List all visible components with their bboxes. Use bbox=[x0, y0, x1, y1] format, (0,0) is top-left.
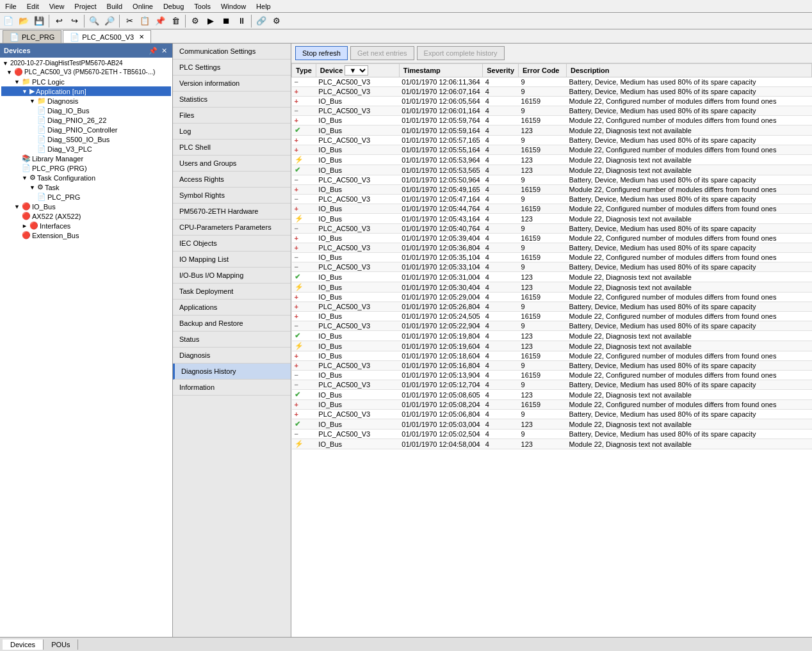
nav-log[interactable]: Log bbox=[173, 124, 291, 140]
tb-delete[interactable]: 🗑 bbox=[168, 14, 183, 28]
stop-refresh-button[interactable]: Stop refresh bbox=[295, 46, 348, 60]
tb-cut[interactable]: ✂ bbox=[122, 14, 136, 28]
tree-item-plcprg[interactable]: 📄 PLC_PRG (PRG) bbox=[1, 163, 171, 173]
tree-item-lib[interactable]: 📚 Library Manager bbox=[1, 154, 171, 163]
tb-redo[interactable]: ↪ bbox=[67, 14, 81, 28]
tb-find2[interactable]: 🔎 bbox=[102, 14, 117, 28]
table-row[interactable]: −PLC_AC500_V301/01/1970 12:05:50,96449Ba… bbox=[292, 175, 812, 185]
nav-symbol-rights[interactable]: Symbol Rights bbox=[173, 188, 291, 204]
get-next-button[interactable]: Get next entries bbox=[350, 46, 414, 60]
table-row[interactable]: −PLC_AC500_V301/01/1970 12:05:12,70449Ba… bbox=[292, 380, 812, 390]
tree-item-ax522[interactable]: 🔴 AX522 (AX522) bbox=[1, 211, 171, 221]
tb-open[interactable]: 📂 bbox=[17, 14, 31, 28]
table-row[interactable]: +IO_Bus01/01/1970 12:05:55,164416159Modu… bbox=[292, 145, 812, 155]
tree-item-diag-v3[interactable]: 📄 Diag_V3_PLC bbox=[1, 144, 171, 154]
tree-item-task[interactable]: ▼ ⚙ Task bbox=[1, 182, 171, 192]
table-row[interactable]: +PLC_AC500_V301/01/1970 12:06:07,16449Ba… bbox=[292, 87, 812, 97]
table-row[interactable]: ⚡IO_Bus01/01/1970 12:05:53,9644123Module… bbox=[292, 155, 812, 165]
menu-edit[interactable]: Edit bbox=[22, 1, 44, 12]
nav-cpu-params[interactable]: CPU-Parameters Parameters bbox=[173, 220, 291, 236]
tb-copy[interactable]: 📋 bbox=[138, 14, 152, 28]
menu-debug[interactable]: Debug bbox=[158, 1, 189, 12]
table-row[interactable]: +IO_Bus01/01/1970 12:05:59,764416159Modu… bbox=[292, 116, 812, 125]
tab-plc-ac500[interactable]: 📄 PLC_AC500_V3 ✕ bbox=[63, 30, 151, 43]
tree-item-plclogic[interactable]: ▼ 📁 PLC Logic bbox=[1, 77, 171, 86]
nav-plc-shell[interactable]: PLC Shell bbox=[173, 140, 291, 156]
menu-view[interactable]: View bbox=[44, 1, 70, 12]
table-row[interactable]: ✔IO_Bus01/01/1970 12:05:53,5654123Module… bbox=[292, 165, 812, 175]
bottom-tab-devices[interactable]: Devices bbox=[3, 639, 44, 650]
table-row[interactable]: +PLC_AC500_V301/01/1970 12:05:16,80449Ba… bbox=[292, 361, 812, 371]
table-row[interactable]: +PLC_AC500_V301/01/1970 12:05:26,80449Ba… bbox=[292, 302, 812, 312]
table-row[interactable]: +IO_Bus01/01/1970 12:05:39,404416159Modu… bbox=[292, 234, 812, 243]
table-row[interactable]: ⚡IO_Bus01/01/1970 12:04:58,0044123Module… bbox=[292, 439, 812, 449]
table-row[interactable]: +IO_Bus01/01/1970 12:05:08,204416159Modu… bbox=[292, 400, 812, 410]
tb-pause[interactable]: ⏸ bbox=[234, 14, 248, 28]
tree-item-diagnosis[interactable]: ▼ 📁 Diagnosis bbox=[1, 96, 171, 106]
nav-diagnosis[interactable]: Diagnosis bbox=[173, 348, 291, 364]
tb-build[interactable]: ⚙ bbox=[188, 14, 202, 28]
export-button[interactable]: Export complete history bbox=[417, 46, 505, 60]
nav-iobus-mapping[interactable]: I/O-Bus I/O Mapping bbox=[173, 268, 291, 284]
nav-applications[interactable]: Applications bbox=[173, 300, 291, 316]
sidebar-pin-btn[interactable]: 📌 bbox=[147, 47, 159, 55]
tree-item-plc[interactable]: ▼ 🔴 PLC_AC500_V3 (PM5670-2ETH - TB5610-.… bbox=[1, 67, 171, 77]
table-row[interactable]: +PLC_AC500_V301/01/1970 12:05:36,80449Ba… bbox=[292, 243, 812, 253]
table-row[interactable]: +IO_Bus01/01/1970 12:05:29,004416159Modu… bbox=[292, 293, 812, 302]
nav-hardware[interactable]: PM5670-2ETH Hardware bbox=[173, 204, 291, 220]
nav-task-deploy[interactable]: Task Deployment bbox=[173, 284, 291, 300]
tb-new[interactable]: 📄 bbox=[1, 14, 15, 28]
table-row[interactable]: ✔IO_Bus01/01/1970 12:05:19,8044123Module… bbox=[292, 331, 812, 341]
menu-tools[interactable]: Tools bbox=[189, 1, 216, 12]
nav-statistics[interactable]: Statistics bbox=[173, 92, 291, 108]
table-row[interactable]: −IO_Bus01/01/1970 12:05:13,904416159Modu… bbox=[292, 371, 812, 380]
tb-run[interactable]: ▶ bbox=[204, 14, 218, 28]
table-row[interactable]: +IO_Bus01/01/1970 12:05:44,764416159Modu… bbox=[292, 204, 812, 214]
tb-find[interactable]: 🔍 bbox=[87, 14, 101, 28]
table-row[interactable]: ⚡IO_Bus01/01/1970 12:05:43,1644123Module… bbox=[292, 214, 812, 224]
table-row[interactable]: −PLC_AC500_V301/01/1970 12:05:02,50449Ba… bbox=[292, 430, 812, 439]
nav-backup-restore[interactable]: Backup and Restore bbox=[173, 316, 291, 332]
nav-version-info[interactable]: Version information bbox=[173, 76, 291, 92]
table-row[interactable]: +IO_Bus01/01/1970 12:06:05,564416159Modu… bbox=[292, 97, 812, 106]
table-row[interactable]: −PLC_AC500_V301/01/1970 12:05:33,10449Ba… bbox=[292, 262, 812, 272]
tb-paste[interactable]: 📌 bbox=[153, 14, 167, 28]
table-row[interactable]: ✔IO_Bus01/01/1970 12:05:31,0044123Module… bbox=[292, 272, 812, 282]
tb-settings[interactable]: ⚙ bbox=[270, 14, 284, 28]
nav-comm-settings[interactable]: Communication Settings bbox=[173, 44, 291, 60]
sidebar-close-btn[interactable]: ✕ bbox=[160, 47, 168, 55]
tree-item-extbus[interactable]: 🔴 Extension_Bus bbox=[1, 230, 171, 240]
tb-undo[interactable]: ↩ bbox=[52, 14, 66, 28]
table-row[interactable]: +IO_Bus01/01/1970 12:05:18,604416159Modu… bbox=[292, 351, 812, 361]
table-row[interactable]: −PLC_AC500_V301/01/1970 12:06:01,16449Ba… bbox=[292, 106, 812, 116]
nav-io-mapping[interactable]: IO Mapping List bbox=[173, 252, 291, 268]
table-row[interactable]: ✔IO_Bus01/01/1970 12:05:03,0044123Module… bbox=[292, 419, 812, 430]
menu-window[interactable]: Window bbox=[216, 1, 251, 12]
table-row[interactable]: ⚡IO_Bus01/01/1970 12:05:30,4044123Module… bbox=[292, 282, 812, 293]
nav-plc-settings[interactable]: PLC Settings bbox=[173, 60, 291, 76]
log-table-container[interactable]: Type Device ▼ Timestamp Severity Error C… bbox=[291, 63, 812, 637]
tree-item-taskconfig[interactable]: ▼ ⚙ Task Configuration bbox=[1, 173, 171, 182]
menu-online[interactable]: Online bbox=[127, 1, 158, 12]
tree-item-root[interactable]: ▼ 2020-10-27-DiagHistTestPM5670-AB24 bbox=[1, 59, 171, 67]
table-row[interactable]: +IO_Bus01/01/1970 12:05:24,505416159Modu… bbox=[292, 312, 812, 321]
table-row[interactable]: +PLC_AC500_V301/01/1970 12:05:57,16549Ba… bbox=[292, 136, 812, 145]
nav-status[interactable]: Status bbox=[173, 332, 291, 348]
table-row[interactable]: −PLC_AC500_V301/01/1970 12:05:40,76449Ba… bbox=[292, 224, 812, 234]
tree-item-application[interactable]: ▼ ▶ Application [run] bbox=[1, 86, 171, 96]
table-row[interactable]: ✔IO_Bus01/01/1970 12:05:59,1644123Module… bbox=[292, 125, 812, 136]
nav-files[interactable]: Files bbox=[173, 108, 291, 124]
tree-item-iobus[interactable]: ▼ 🔴 IO_Bus bbox=[1, 202, 171, 211]
table-row[interactable]: ✔IO_Bus01/01/1970 12:05:08,6054123Module… bbox=[292, 390, 812, 400]
table-row[interactable]: −PLC_AC500_V301/01/1970 12:06:11,36449Ba… bbox=[292, 77, 812, 87]
tree-item-diag-pnio-ctrl[interactable]: 📄 Diag_PNIO_Controller bbox=[1, 125, 171, 134]
tab-plc-prg[interactable]: 📄 PLC_PRG bbox=[3, 30, 61, 43]
tree-item-plcprg2[interactable]: 📄 PLC_PRG bbox=[1, 192, 171, 202]
tree-item-diag-s500[interactable]: 📄 Diag_S500_IO_Bus bbox=[1, 134, 171, 144]
menu-help[interactable]: Help bbox=[251, 1, 276, 12]
menu-file[interactable]: File bbox=[0, 1, 22, 12]
nav-access-rights[interactable]: Access Rights bbox=[173, 172, 291, 188]
tb-online[interactable]: 🔗 bbox=[254, 14, 268, 28]
table-row[interactable]: +PLC_AC500_V301/01/1970 12:05:06,80449Ba… bbox=[292, 410, 812, 419]
tb-save[interactable]: 💾 bbox=[32, 14, 46, 28]
